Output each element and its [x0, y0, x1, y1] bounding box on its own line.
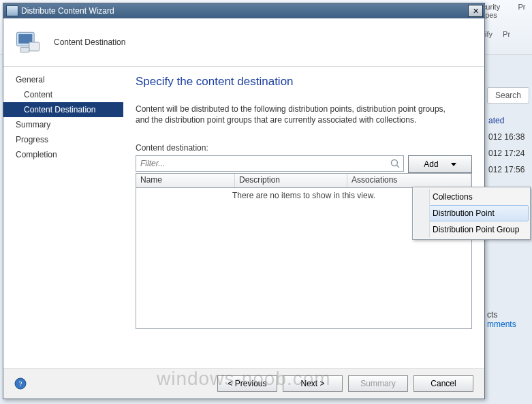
- list-label: Content destination:: [136, 143, 472, 153]
- background-link[interactable]: mments: [487, 320, 528, 335]
- nav-completion[interactable]: Completion: [3, 147, 123, 162]
- filter-input[interactable]: [139, 158, 390, 169]
- background-related-links: cts mments: [487, 310, 528, 335]
- wizard-footer: ? < Previous Next > Summary Cancel: [3, 368, 484, 399]
- titlebar: Distribute Content Wizard ✕: [3, 3, 484, 18]
- nav-general[interactable]: General: [3, 72, 123, 87]
- col-description[interactable]: Description: [235, 174, 347, 187]
- filter-box[interactable]: [136, 155, 404, 172]
- summary-button: Summary: [348, 375, 408, 392]
- search-icon: [390, 158, 401, 169]
- help-icon[interactable]: ?: [14, 377, 27, 390]
- svg-point-4: [392, 160, 398, 166]
- ribbon-group-properties: Pr: [512, 3, 532, 11]
- menu-collections[interactable]: Collections: [414, 189, 529, 205]
- svg-rect-2: [29, 42, 40, 51]
- col-name[interactable]: Name: [136, 174, 235, 187]
- next-button[interactable]: Next >: [283, 375, 343, 392]
- svg-line-5: [397, 166, 400, 168]
- cancel-button[interactable]: Cancel: [413, 375, 473, 392]
- svg-text:?: ?: [19, 379, 22, 388]
- col-associations[interactable]: Associations: [347, 174, 471, 187]
- empty-message: There are no items to show in this view.: [232, 191, 375, 200]
- menu-distribution-point-group[interactable]: Distribution Point Group: [414, 221, 529, 238]
- nav-progress[interactable]: Progress: [3, 132, 123, 147]
- chevron-down-icon: [451, 163, 456, 166]
- page-title: Specify the content destination: [136, 75, 472, 89]
- nav-summary[interactable]: Summary: [3, 117, 123, 132]
- previous-button[interactable]: < Previous: [217, 375, 277, 392]
- window-title: Distribute Content Wizard: [21, 6, 114, 16]
- search-button[interactable]: Search: [487, 87, 529, 104]
- wizard-nav: General Content Content Destination Summ…: [3, 67, 123, 368]
- page-description: Content will be distributed to the follo…: [136, 104, 449, 125]
- nav-content-destination[interactable]: Content Destination: [3, 102, 123, 117]
- close-icon: ✕: [473, 7, 479, 16]
- nav-content[interactable]: Content: [3, 87, 123, 102]
- menu-gutter: [414, 189, 430, 238]
- svg-rect-3: [20, 47, 29, 52]
- add-menu: Collections Distribution Point Distribut…: [412, 187, 531, 240]
- header-text: Content Destination: [54, 37, 125, 47]
- wizard-header: Content Destination: [3, 18, 484, 67]
- wizard-icon: [6, 5, 18, 16]
- table-header: Name Description Associations: [136, 173, 472, 188]
- background-list: ated 012 16:38 012 17:24 012 17:56: [488, 112, 529, 178]
- close-button[interactable]: ✕: [468, 5, 483, 17]
- menu-distribution-point[interactable]: Distribution Point: [414, 205, 529, 221]
- computer-icon: [13, 27, 43, 57]
- add-button[interactable]: Add: [408, 155, 472, 173]
